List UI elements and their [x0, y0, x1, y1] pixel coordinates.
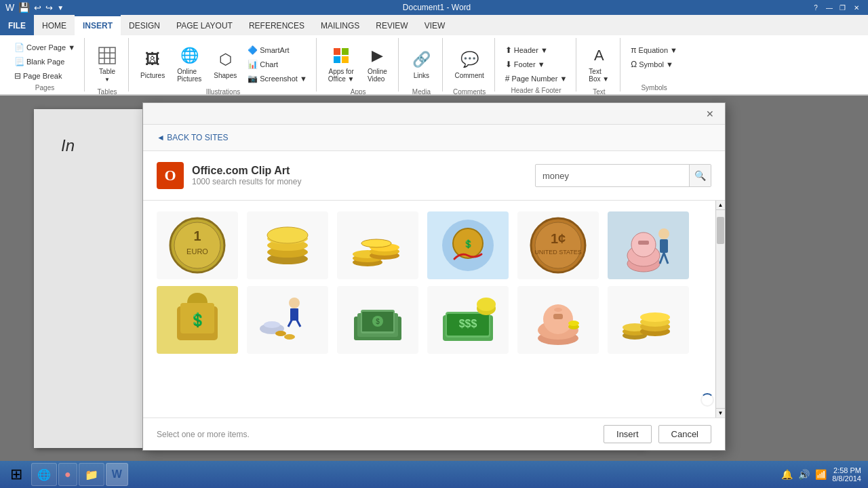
taskbar-item-word[interactable]: W [106, 463, 128, 486]
back-to-sites-link[interactable]: ◄ BACK TO SITES [157, 133, 711, 142]
footer-button[interactable]: ⬇ Footer ▼ [502, 58, 571, 71]
window-title: Document1 - Word [403, 3, 471, 12]
tab-design[interactable]: DESIGN [121, 15, 168, 35]
header-button[interactable]: ⬆ Header ▼ [502, 43, 571, 57]
chart-icon: 📊 [248, 60, 258, 69]
symbols-items: π Equation ▼ Ω Symbol ▼ [627, 38, 681, 83]
equation-button[interactable]: π Equation ▼ [627, 43, 681, 57]
tab-references[interactable]: REFERENCES [241, 15, 313, 35]
illustrations-items: 🖼 Pictures 🌐 OnlinePictures ⬡ Shapes 🔷 [136, 38, 311, 87]
svg-text:1: 1 [193, 228, 201, 243]
scroll-down-button[interactable]: ▼ [716, 408, 725, 418]
help-button[interactable]: ? [810, 2, 822, 13]
quick-save[interactable]: 💾 [18, 2, 30, 13]
comments-group-label: Comments [453, 87, 486, 95]
clip-item[interactable] [608, 286, 689, 354]
clip-item[interactable]: 💲 [157, 286, 238, 354]
text-box-button[interactable]: A TextBox ▼ [583, 41, 614, 87]
clip-item[interactable] [517, 286, 599, 354]
table-button[interactable]: Table ▼ [92, 41, 123, 87]
scrollbar-track [716, 210, 725, 408]
svg-text:UNITED STATES: UNITED STATES [534, 249, 582, 256]
taskbar-item-files[interactable]: 📁 [79, 463, 104, 486]
clip-item[interactable]: $$$ [427, 286, 509, 354]
comment-icon: 💬 [458, 49, 480, 70]
insert-button[interactable]: Insert [604, 425, 652, 443]
ribbon: FILE HOME INSERT DESIGN PAGE LAYOUT REFE… [0, 15, 868, 96]
clip-item[interactable] [337, 211, 418, 279]
taskbar-item-ie[interactable]: 🌐 [31, 463, 57, 486]
svg-point-67 [554, 308, 562, 312]
links-button[interactable]: 🔗 Links [406, 41, 437, 87]
tab-home[interactable]: HOME [34, 15, 75, 35]
pictures-icon: 🖼 [142, 49, 163, 70]
svg-point-62 [477, 298, 496, 311]
dialog-close-button[interactable]: ✕ [703, 107, 717, 121]
online-video-button[interactable]: ▶ OnlineVideo [361, 41, 393, 87]
chart-button[interactable]: 📊 Chart [244, 58, 311, 71]
network-icon[interactable]: 📶 [815, 469, 827, 480]
clip-item[interactable]: $ [337, 286, 418, 354]
blank-page-label: Blank Page [26, 58, 64, 66]
quick-redo[interactable]: ↪ [45, 3, 53, 13]
tab-view[interactable]: VIEW [416, 15, 454, 35]
blank-page-button[interactable]: 📃 Blank Page [11, 55, 79, 68]
ribbon-content: 📄 Cover Page ▼ 📃 Blank Page ⊟ Page Break [0, 35, 868, 95]
scrollbar-thumb[interactable] [717, 217, 724, 244]
tab-mailings[interactable]: MAILINGS [313, 15, 368, 35]
links-icon: 🔗 [410, 49, 432, 70]
clip-item[interactable]: 1¢ UNITED STATES [517, 211, 599, 279]
tab-page-layout[interactable]: PAGE LAYOUT [168, 15, 241, 35]
cover-page-button[interactable]: 📄 Cover Page ▼ [11, 41, 79, 54]
clip-item[interactable]: 1 EURO [157, 211, 238, 279]
dialog-scrollbar: ▲ ▼ [715, 201, 725, 418]
apps-for-office-icon [330, 45, 352, 66]
clip-item[interactable]: 💲 [427, 211, 509, 279]
equation-label: Equation ▼ [639, 46, 677, 54]
close-window-button[interactable]: ✕ [850, 2, 863, 13]
svg-text:$$$: $$$ [459, 318, 477, 329]
minimize-button[interactable]: — [823, 2, 835, 13]
ribbon-group-media: 🔗 Links Media [400, 38, 443, 92]
comment-button[interactable]: 💬 Comment [450, 41, 488, 87]
clip-item[interactable] [608, 211, 689, 279]
customize-arrow[interactable]: ▼ [57, 4, 64, 12]
page-number-button[interactable]: # Page Number ▼ [502, 72, 571, 85]
tab-file[interactable]: FILE [0, 15, 34, 35]
quick-undo[interactable]: ↩ [34, 3, 41, 13]
clip-item[interactable] [247, 211, 328, 279]
online-pictures-button[interactable]: 🌐 OnlinePictures [172, 41, 206, 87]
search-button[interactable]: 🔍 [689, 165, 711, 186]
search-box: 🔍 [535, 164, 711, 187]
office-logo-icon: O [157, 162, 184, 189]
smartart-button[interactable]: 🔷 SmartArt [244, 43, 311, 57]
footer-hint: Select one or more items. [157, 430, 250, 439]
ribbon-group-pages: 📄 Cover Page ▼ 📃 Blank Page ⊟ Page Break [5, 38, 85, 92]
smartart-icon: 🔷 [248, 45, 258, 55]
apps-for-office-button[interactable]: Apps forOffice ▼ [323, 41, 359, 87]
search-input[interactable] [536, 167, 689, 185]
restore-button[interactable]: ❐ [837, 2, 849, 13]
scroll-up-button[interactable]: ▲ [716, 201, 725, 210]
tab-insert[interactable]: INSERT [75, 15, 121, 35]
table-label: Table [99, 68, 115, 75]
symbol-button[interactable]: Ω Symbol ▼ [627, 58, 681, 71]
cancel-button[interactable]: Cancel [658, 425, 711, 443]
title-bar: W 💾 ↩ ↪ ▼ Document1 - Word ? — ❐ ✕ [0, 0, 868, 15]
clip-item[interactable] [247, 286, 328, 354]
taskbar-item-chrome[interactable]: ● [58, 463, 77, 486]
tab-review[interactable]: REVIEW [368, 15, 416, 35]
start-button[interactable]: ⊞ [3, 462, 30, 487]
pictures-button[interactable]: 🖼 Pictures [136, 41, 170, 87]
svg-point-48 [264, 321, 280, 328]
taskbar: ⊞ 🌐 ● 📁 W 🔔 🔊 📶 2:58 PM 8/8/2014 [0, 461, 868, 488]
svg-rect-0 [99, 47, 115, 64]
notification-icon[interactable]: 🔔 [781, 469, 793, 480]
speaker-icon[interactable]: 🔊 [798, 469, 810, 480]
dialog-overlay: ✕ ◄ BACK TO SITES O Office.com Clip Art … [0, 96, 868, 472]
shapes-button[interactable]: ⬡ Shapes [209, 41, 241, 87]
illustrations-group-label: Illustrations [206, 87, 241, 95]
screenshot-button[interactable]: 📷 Screenshot ▼ [244, 72, 311, 85]
ribbon-group-symbols: π Equation ▼ Ω Symbol ▼ Symbols [622, 38, 686, 92]
page-break-button[interactable]: ⊟ Page Break [11, 69, 79, 83]
